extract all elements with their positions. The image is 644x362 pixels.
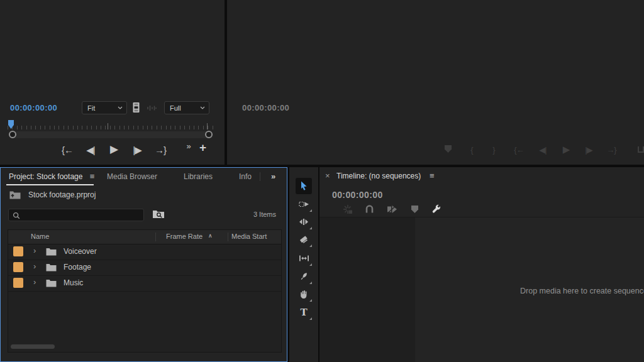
pen-tool-icon xyxy=(299,272,309,282)
sort-ascending-icon[interactable]: ∧ xyxy=(208,233,213,239)
step-back-button[interactable]: ◀| xyxy=(535,145,550,156)
button-editor-overflow-icon[interactable]: » xyxy=(181,141,196,152)
tools-panel: T xyxy=(289,167,318,362)
program-timecode[interactable]: 00:00:00:00 xyxy=(242,103,289,112)
column-separator[interactable] xyxy=(228,233,228,241)
panel-menu-icon[interactable]: ≡ xyxy=(430,167,435,185)
play-button[interactable]: ▶ xyxy=(558,144,574,155)
bin-name: Voiceover xyxy=(64,247,97,256)
step-forward-button[interactable]: |▶ xyxy=(130,145,145,156)
bin-row-footage[interactable]: › Footage xyxy=(8,260,281,276)
column-header-name[interactable]: Name xyxy=(31,233,49,240)
timeline-panel: × Timeline: (no sequences) ≡ 00:00:00:00… xyxy=(319,167,644,362)
tab-project-label: Project: Stock footage xyxy=(9,172,82,181)
tab-libraries[interactable]: Libraries xyxy=(184,168,213,185)
source-timecode[interactable]: 00:00:00:00 xyxy=(10,103,57,112)
playback-resolution-select[interactable]: Full xyxy=(164,101,209,114)
horizontal-scrollbar[interactable] xyxy=(11,344,55,349)
drag-audio-icon[interactable] xyxy=(147,104,157,112)
step-back-button[interactable]: ◀| xyxy=(83,145,98,156)
zoom-scrollbar-left-handle[interactable] xyxy=(9,131,16,138)
expander-icon[interactable]: › xyxy=(33,246,36,255)
drop-message: Drop media here to create sequence. xyxy=(520,287,644,295)
close-icon[interactable]: × xyxy=(325,167,330,185)
type-tool-icon: T xyxy=(300,307,307,318)
bin-color-swatch[interactable] xyxy=(13,262,23,272)
zoom-scrollbar[interactable] xyxy=(9,131,213,138)
ripple-edit-tool[interactable] xyxy=(295,217,313,233)
more-tabs-icon[interactable]: » xyxy=(271,168,275,185)
tab-timeline[interactable]: Timeline: (no sequences) xyxy=(336,167,421,185)
mark-out-button[interactable]: } xyxy=(486,145,501,156)
bin-list: Name Frame Rate ∧ Media Start › Voiceove… xyxy=(8,229,282,353)
button-editor-add-button[interactable]: + xyxy=(195,142,210,153)
search-input[interactable] xyxy=(23,209,143,222)
chevron-down-icon xyxy=(200,106,205,109)
panel-menu-icon[interactable]: ≡ xyxy=(90,172,95,181)
add-marker-icon[interactable] xyxy=(445,145,452,153)
slip-tool-icon xyxy=(299,253,309,263)
go-to-in-button[interactable]: {← xyxy=(511,145,526,156)
premiere-workspace: 00:00:00:00 Fit Full {← ◀| ▶ |▶ →} » xyxy=(0,0,644,362)
program-monitor-panel: 00:00:00:00 { } {← ◀| ▶ |▶ →} xyxy=(227,0,644,165)
add-marker-icon[interactable] xyxy=(411,206,418,213)
folder-icon xyxy=(46,248,57,256)
track-header-area xyxy=(319,217,415,362)
hand-tool[interactable] xyxy=(295,289,313,305)
track-select-forward-tool[interactable] xyxy=(295,199,313,216)
lift-icon[interactable] xyxy=(638,146,644,153)
linked-selection-icon[interactable] xyxy=(387,205,397,214)
pen-tool[interactable] xyxy=(295,272,313,288)
step-forward-button[interactable]: |▶ xyxy=(581,145,596,156)
folder-icon xyxy=(46,279,57,287)
chevron-down-icon xyxy=(118,106,123,109)
play-button[interactable]: ▶ xyxy=(106,144,121,155)
tab-separator xyxy=(260,172,260,181)
bin-color-swatch[interactable] xyxy=(13,278,23,288)
scrub-ruler[interactable] xyxy=(8,126,217,129)
folder-icon xyxy=(46,263,57,272)
razor-tool[interactable] xyxy=(295,234,313,251)
zoom-scrollbar-right-handle[interactable] xyxy=(205,131,213,138)
go-to-out-button[interactable]: →} xyxy=(153,145,168,156)
tab-info[interactable]: Info xyxy=(239,168,252,185)
selection-tool[interactable] xyxy=(296,178,312,194)
timeline-timecode[interactable]: 00:00:00:00 xyxy=(332,190,383,200)
tab-media-browser[interactable]: Media Browser xyxy=(107,168,157,185)
breadcrumb[interactable]: Stock footage.prproj xyxy=(28,190,96,199)
selection-tool-icon xyxy=(299,181,309,191)
tool-flyout-indicator xyxy=(309,317,312,320)
expander-icon[interactable]: › xyxy=(33,261,36,271)
tab-project[interactable]: Project: Stock footage ≡ xyxy=(9,168,94,185)
column-separator[interactable] xyxy=(155,233,156,241)
column-header-frame-rate[interactable]: Frame Rate xyxy=(166,233,203,240)
type-tool[interactable]: T xyxy=(295,307,313,324)
drag-video-icon[interactable] xyxy=(131,102,141,113)
bin-color-swatch[interactable] xyxy=(13,246,23,256)
snap-toggle-icon[interactable] xyxy=(365,204,374,214)
go-to-out-button[interactable]: →} xyxy=(604,145,619,156)
bin-row-music[interactable]: › Music xyxy=(8,275,281,292)
find-bin-icon[interactable] xyxy=(152,209,165,219)
bin-name: Music xyxy=(64,278,83,287)
project-panel: Project: Stock footage ≡ Media Browser L… xyxy=(0,167,287,362)
tool-flyout-indicator xyxy=(309,299,312,302)
playback-resolution-value: Full xyxy=(170,104,181,112)
tool-flyout-indicator xyxy=(309,244,312,247)
bin-row-voiceover[interactable]: › Voiceover xyxy=(8,244,281,260)
column-header-media-start[interactable]: Media Start xyxy=(231,233,267,240)
sequence-drop-zone[interactable]: Drop media here to create sequence. xyxy=(415,217,644,362)
active-tab-underline xyxy=(6,184,94,185)
timeline-settings-wrench-icon[interactable] xyxy=(431,204,441,214)
ruler-major-tick xyxy=(108,123,108,129)
nest-toggle-icon[interactable] xyxy=(343,204,353,214)
expander-icon[interactable]: › xyxy=(33,277,36,287)
zoom-level-select[interactable]: Fit xyxy=(82,101,127,114)
slip-tool[interactable] xyxy=(295,253,313,270)
ripple-edit-tool-icon xyxy=(299,217,309,227)
go-to-in-button[interactable]: {← xyxy=(60,145,75,156)
tool-flyout-indicator xyxy=(309,209,312,212)
source-monitor-panel: 00:00:00:00 Fit Full {← ◀| ▶ |▶ →} » xyxy=(0,0,225,165)
folder-up-icon[interactable] xyxy=(9,190,21,199)
mark-in-button[interactable]: { xyxy=(464,145,479,156)
